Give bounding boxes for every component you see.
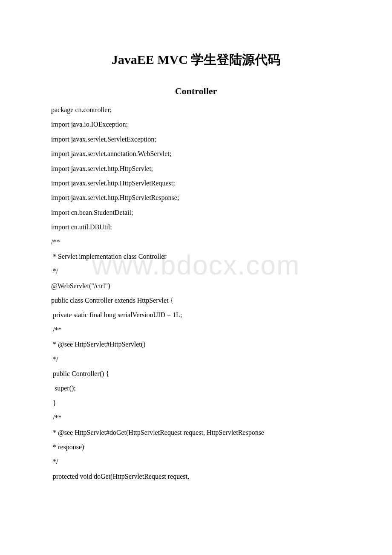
code-line: /** [51,410,341,425]
code-line: import cn.bean.StudentDetail; [51,205,341,220]
code-line: import javax.servlet.http.HttpServletReq… [51,176,341,191]
code-line: super(); [51,381,341,396]
code-line: */ [51,454,341,469]
code-line: package cn.controller; [51,103,341,117]
code-line: * response) [51,440,341,454]
code-line: * Servlet implementation class Controlle… [51,249,341,264]
code-line: private static final long serialVersionU… [51,308,341,322]
code-line: import javax.servlet.ServletException; [51,132,341,147]
code-line: */ [51,352,341,367]
code-line: @WebServlet("/ctrl") [51,279,341,293]
code-line: * @see HttpServlet#HttpServlet() [51,337,341,352]
code-line: import cn.util.DBUtil; [51,220,341,234]
code-line: public class Controller extends HttpServ… [51,293,341,308]
code-line: /** [51,323,341,337]
code-line: import javax.servlet.http.HttpServletRes… [51,191,341,205]
code-line: protected void doGet(HttpServletRequest … [51,469,341,484]
code-line: import java.io.IOException; [51,117,341,132]
code-line: public Controller() { [51,367,341,381]
document-title: JavaEE MVC 学生登陆源代码 [51,51,341,69]
code-line: * @see HttpServlet#doGet(HttpServletRequ… [51,425,341,440]
code-line: } [51,396,341,410]
code-line: import javax.servlet.annotation.WebServl… [51,147,341,161]
code-line: /** [51,235,341,249]
section-subtitle: Controller [51,86,341,97]
code-line: */ [51,264,341,278]
document-content: JavaEE MVC 学生登陆源代码 Controller package cn… [51,51,341,484]
code-line: import javax.servlet.http.HttpServlet; [51,162,341,176]
